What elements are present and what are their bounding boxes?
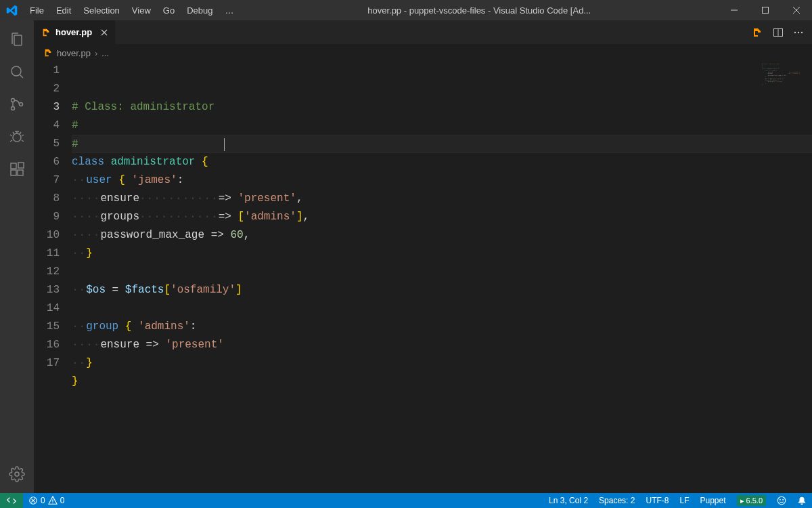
editor-region: hover.pp hover.p <box>34 20 812 493</box>
code-line[interactable]: ··} <box>72 354 812 373</box>
editor-tabs: hover.pp <box>34 20 812 44</box>
window-controls <box>719 0 812 20</box>
code-line[interactable]: ····ensure => 'present' <box>72 336 812 354</box>
line-number: 1 <box>34 62 60 80</box>
line-number: 15 <box>34 318 60 336</box>
code-line[interactable]: ··$os = $facts['osfamily'] <box>72 281 812 299</box>
close-button[interactable] <box>781 0 812 20</box>
main-area: hover.pp hover.p <box>0 20 812 493</box>
line-number: 13 <box>34 281 60 299</box>
menu-bar: File Edit Selection View Go Debug … <box>24 0 240 20</box>
svg-point-19 <box>783 499 784 500</box>
minimap[interactable]: # Class: administrator##class administra… <box>762 63 803 90</box>
menu-file[interactable]: File <box>24 0 50 20</box>
status-bar: 0 0 Ln 3, Col 2 Spaces: 2 UTF-8 LF Puppe… <box>0 493 812 508</box>
cursor-position[interactable]: Ln 3, Col 2 <box>543 493 593 508</box>
svg-point-12 <box>794 31 796 33</box>
menu-debug[interactable]: Debug <box>181 0 219 20</box>
line-number: 9 <box>34 208 60 226</box>
indentation[interactable]: Spaces: 2 <box>593 493 640 508</box>
tab-close-icon[interactable] <box>100 28 108 37</box>
menu-more[interactable]: … <box>219 0 240 20</box>
breadcrumb-trail[interactable]: ... <box>102 48 109 58</box>
code-line[interactable] <box>72 299 812 318</box>
code-line[interactable] <box>72 391 812 409</box>
svg-point-13 <box>798 31 799 33</box>
code-line[interactable]: ··group { 'admins': <box>72 318 812 336</box>
line-number: 5 <box>34 135 60 153</box>
notifications-icon[interactable] <box>792 493 812 508</box>
breadcrumb-file[interactable]: hover.pp <box>57 48 91 58</box>
language-mode[interactable]: Puppet <box>694 493 731 508</box>
code-line[interactable]: class administrator { <box>72 153 812 171</box>
source-control-icon[interactable] <box>0 88 34 121</box>
svg-rect-0 <box>763 7 769 14</box>
svg-point-2 <box>12 99 15 102</box>
svg-point-18 <box>780 499 780 500</box>
activity-bar <box>0 20 34 493</box>
code-line[interactable]: ····password_max_age => 60, <box>72 226 812 245</box>
code-line[interactable]: } <box>72 373 812 391</box>
tab-hover-pp[interactable]: hover.pp <box>34 20 116 44</box>
search-icon[interactable] <box>0 56 34 88</box>
settings-gear-icon[interactable] <box>0 458 34 490</box>
split-editor-icon[interactable] <box>773 27 784 38</box>
minimize-button[interactable] <box>719 0 750 20</box>
menu-edit[interactable]: Edit <box>50 0 77 20</box>
line-number: 6 <box>34 153 60 171</box>
line-number: 16 <box>34 336 60 354</box>
line-number: 12 <box>34 263 60 281</box>
explorer-icon[interactable] <box>0 23 34 56</box>
code-line[interactable]: ··} <box>72 245 812 263</box>
line-number: 11 <box>34 245 60 263</box>
remote-indicator[interactable] <box>0 493 23 508</box>
code-line[interactable]: # <box>72 135 812 153</box>
code-line[interactable]: # Class: administrator <box>72 98 812 117</box>
line-number: 10 <box>34 226 60 245</box>
svg-point-14 <box>801 31 803 33</box>
code-line[interactable]: ··user { 'james': <box>72 171 812 190</box>
line-number: 4 <box>34 117 60 135</box>
line-number: 17 <box>34 354 60 373</box>
line-number: 2 <box>34 80 60 98</box>
code-line[interactable]: ····ensure···········=> 'present', <box>72 190 812 208</box>
breadcrumbs[interactable]: hover.pp › ... <box>34 44 812 62</box>
puppet-file-icon <box>41 27 51 38</box>
puppet-version[interactable]: ▸6.5.0 <box>731 493 771 508</box>
svg-point-16 <box>52 503 53 503</box>
chevron-right-icon: › <box>95 48 97 58</box>
more-actions-icon[interactable] <box>793 27 804 38</box>
text-cursor <box>224 138 225 151</box>
editor-body[interactable]: 1234567891011121314151617 # Class: admin… <box>34 62 812 493</box>
puppet-file-icon <box>43 48 53 58</box>
line-number: 14 <box>34 299 60 318</box>
svg-point-5 <box>13 133 21 142</box>
line-number: 8 <box>34 190 60 208</box>
line-number: 3 <box>34 98 60 117</box>
encoding[interactable]: UTF-8 <box>640 493 674 508</box>
debug-icon[interactable] <box>0 121 34 153</box>
svg-point-10 <box>15 472 19 476</box>
eol[interactable]: LF <box>674 493 694 508</box>
code-line[interactable]: # <box>72 117 812 135</box>
svg-rect-9 <box>18 163 24 168</box>
problems-indicator[interactable]: 0 0 <box>23 493 70 508</box>
error-count: 0 <box>41 496 45 505</box>
menu-selection[interactable]: Selection <box>77 0 125 20</box>
menu-go[interactable]: Go <box>157 0 181 20</box>
svg-point-17 <box>777 496 785 504</box>
line-number-gutter: 1234567891011121314151617 <box>34 62 72 493</box>
svg-point-3 <box>12 107 15 110</box>
svg-point-1 <box>12 66 21 76</box>
vertical-scrollbar[interactable] <box>803 62 812 493</box>
code-line[interactable] <box>72 263 812 281</box>
puppet-extension-icon[interactable] <box>752 27 763 38</box>
code-area[interactable]: # Class: administrator##class administra… <box>72 62 812 493</box>
menu-view[interactable]: View <box>126 0 157 20</box>
maximize-button[interactable] <box>750 0 781 20</box>
extensions-icon[interactable] <box>0 153 34 186</box>
code-line[interactable]: ····groups···········=> ['admins'], <box>72 208 812 226</box>
window-title: hover.pp - puppet-vscode-files - Visual … <box>240 5 719 16</box>
feedback-icon[interactable] <box>771 493 792 508</box>
warning-count: 0 <box>60 496 65 505</box>
